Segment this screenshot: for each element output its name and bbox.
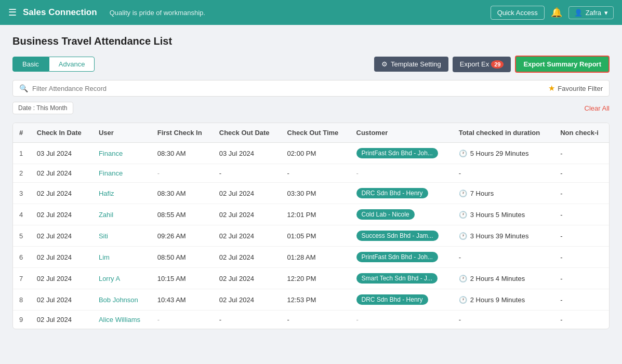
- user-link[interactable]: Zahil: [99, 211, 113, 219]
- search-bar: 🔍 ★ Favourite Filter: [12, 80, 610, 97]
- cell-duration: 🕐3 Hours 5 Minutes: [453, 204, 554, 225]
- notification-icon[interactable]: 🔔: [551, 7, 562, 18]
- cell-first-check-in: 10:43 AM: [151, 289, 213, 311]
- col-non-check: Non check-i: [554, 123, 609, 143]
- cell-customer: Success Sdn Bhd - Jam...: [350, 225, 453, 247]
- cell-duration: 🕐7 Hours: [453, 183, 554, 204]
- cell-non-check: -: [554, 247, 609, 268]
- clock-icon: 🕐: [459, 190, 467, 197]
- search-input[interactable]: [32, 85, 548, 92]
- cell-check-out-time: 03:30 PM: [281, 183, 350, 204]
- user-link[interactable]: Bob Johnson: [99, 296, 138, 304]
- cell-check-out-date: 02 Jul 2024: [213, 289, 281, 311]
- cell-num: 6: [13, 247, 31, 268]
- cell-user[interactable]: Finance: [92, 164, 151, 183]
- cell-check-in-date: 02 Jul 2024: [31, 289, 92, 311]
- cell-check-out-date: 02 Jul 2024: [213, 225, 281, 247]
- export-summary-button[interactable]: Export Summary Report: [515, 56, 610, 73]
- cell-first-check-in: 08:30 AM: [151, 183, 213, 204]
- cell-check-out-date: 02 Jul 2024: [213, 183, 281, 204]
- cell-user[interactable]: Lim: [92, 247, 151, 268]
- user-link[interactable]: Lim: [99, 253, 110, 261]
- search-icon: 🔍: [19, 84, 28, 92]
- cell-non-check: -: [554, 225, 609, 247]
- cell-non-check: -: [554, 204, 609, 225]
- cell-check-out-time: 01:05 PM: [281, 225, 350, 247]
- table-row: 602 Jul 2024Lim08:50 AM02 Jul 202401:28 …: [13, 247, 609, 268]
- cell-user[interactable]: Siti: [92, 225, 151, 247]
- table-row: 502 Jul 2024Siti09:26 AM02 Jul 202401:05…: [13, 225, 609, 247]
- clear-all-button[interactable]: Clear All: [585, 104, 610, 112]
- tab-advance[interactable]: Advance: [49, 57, 95, 72]
- user-pill[interactable]: 👤 Zafra ▾: [568, 6, 614, 19]
- cell-check-in-date: 02 Jul 2024: [31, 183, 92, 204]
- date-filter-tag[interactable]: Date : This Month: [12, 102, 73, 114]
- cell-duration: -: [453, 247, 554, 268]
- template-setting-label: Template Setting: [391, 60, 441, 68]
- table-body: 103 Jul 2024Finance08:30 AM03 Jul 202402…: [13, 143, 609, 329]
- cell-user[interactable]: Alice Williams: [92, 311, 151, 329]
- clock-icon: 🕐: [459, 232, 467, 240]
- user-link[interactable]: Alice Williams: [99, 316, 140, 323]
- cell-non-check: -: [554, 268, 609, 289]
- user-link[interactable]: Siti: [99, 232, 108, 240]
- template-setting-button[interactable]: ⚙ Template Setting: [374, 57, 448, 72]
- table-row: 902 Jul 2024Alice Williams------: [13, 311, 609, 329]
- col-user: User: [92, 123, 151, 143]
- attendance-table: # Check In Date User First Check In Chec…: [13, 123, 609, 329]
- table-header: # Check In Date User First Check In Chec…: [13, 123, 609, 143]
- cell-num: 9: [13, 311, 31, 329]
- duration-text: 3 Hours 5 Minutes: [470, 211, 525, 219]
- favourite-filter-label: Favourite Filter: [558, 85, 603, 92]
- cell-first-check-in: 08:30 AM: [151, 143, 213, 164]
- cell-user[interactable]: Lorry A: [92, 268, 151, 289]
- favourite-filter-button[interactable]: ★ Favourite Filter: [548, 84, 603, 93]
- cell-first-check-in: 08:50 AM: [151, 247, 213, 268]
- page-title: Business Travel Attendance List: [12, 35, 610, 47]
- cell-customer: DRC Sdn Bhd - Henry: [350, 183, 453, 204]
- cell-customer: Cold Lab - Nicole: [350, 204, 453, 225]
- clock-icon: 🕐: [459, 296, 467, 304]
- star-icon: ★: [548, 84, 555, 93]
- cell-duration: 🕐5 Hours 29 Minutes: [453, 143, 554, 164]
- clock-icon: 🕐: [459, 211, 467, 219]
- chevron-down-icon: ▾: [604, 9, 608, 17]
- cell-non-check: -: [554, 311, 609, 329]
- toolbar-row: Basic Advance ⚙ Template Setting Export …: [12, 56, 610, 73]
- cell-check-in-date: 02 Jul 2024: [31, 247, 92, 268]
- cell-user[interactable]: Zahil: [92, 204, 151, 225]
- cell-num: 5: [13, 225, 31, 247]
- export-badge: 29: [491, 60, 504, 69]
- topnav: ☰ Sales Connection Quality is pride of w…: [0, 0, 622, 25]
- cell-user[interactable]: Hafiz: [92, 183, 151, 204]
- customer-badge: Success Sdn Bhd - Jam...: [356, 231, 439, 241]
- user-link[interactable]: Lorry A: [99, 275, 120, 282]
- hamburger-icon[interactable]: ☰: [8, 7, 17, 18]
- col-check-out-date: Check Out Date: [213, 123, 281, 143]
- cell-num: 2: [13, 164, 31, 183]
- cell-check-out-time: 12:53 PM: [281, 289, 350, 311]
- user-link[interactable]: Hafiz: [99, 190, 114, 197]
- col-num: #: [13, 123, 31, 143]
- export-excel-button[interactable]: Export Ex 29: [453, 57, 511, 72]
- cell-check-out-time: -: [281, 311, 350, 329]
- cell-customer: -: [350, 164, 453, 183]
- quick-access-button[interactable]: Quick Access: [491, 6, 545, 20]
- cell-user[interactable]: Bob Johnson: [92, 289, 151, 311]
- tagline: Quality is pride of workmanship.: [110, 9, 491, 17]
- toolbar-actions: ⚙ Template Setting Export Ex 29 Export S…: [374, 56, 610, 73]
- tab-basic[interactable]: Basic: [12, 57, 49, 72]
- cell-check-out-date: 02 Jul 2024: [213, 247, 281, 268]
- duration-text: 3 Hours 39 Minutes: [470, 232, 529, 240]
- cell-first-check-in: 08:55 AM: [151, 204, 213, 225]
- col-check-out-time: Check Out Time: [281, 123, 350, 143]
- cell-check-out-time: 02:00 PM: [281, 143, 350, 164]
- duration-text: 2 Hours 9 Minutes: [470, 296, 525, 304]
- topnav-right: Quick Access 🔔 👤 Zafra ▾: [491, 6, 614, 20]
- user-link[interactable]: Finance: [99, 169, 123, 177]
- cell-user[interactable]: Finance: [92, 143, 151, 164]
- cell-check-in-date: 02 Jul 2024: [31, 204, 92, 225]
- user-link[interactable]: Finance: [99, 150, 123, 157]
- table-row: 802 Jul 2024Bob Johnson10:43 AM02 Jul 20…: [13, 289, 609, 311]
- cell-check-out-date: -: [213, 311, 281, 329]
